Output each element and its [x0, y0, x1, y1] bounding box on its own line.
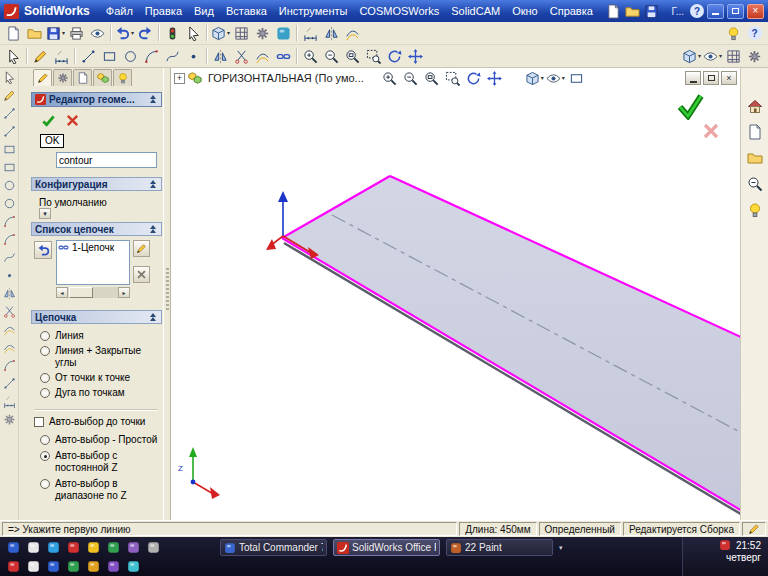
search-icon[interactable]	[747, 176, 763, 192]
three-point-arc-icon[interactable]	[3, 233, 16, 246]
save-icon[interactable]: ▾	[45, 24, 66, 43]
menu-file[interactable]: Файл	[100, 2, 139, 20]
scroll-left-icon[interactable]: ◄	[56, 287, 68, 298]
restore-button[interactable]	[727, 4, 744, 19]
mirror-icon[interactable]	[321, 24, 342, 43]
standard-views-icon[interactable]: ▾	[524, 69, 545, 88]
radio-auto-select-z-range[interactable]: Авто-выбор в диапазоне по Z	[40, 478, 161, 502]
help-icon[interactable]: ?	[690, 4, 704, 18]
minimize-button[interactable]	[707, 4, 724, 19]
radio-line[interactable]: Линия	[40, 330, 159, 342]
dimension-icon[interactable]	[3, 395, 16, 408]
sketch-icon[interactable]	[3, 89, 16, 102]
options-icon[interactable]	[744, 47, 765, 66]
rectangle-icon[interactable]	[99, 47, 120, 66]
grid-settings-icon[interactable]	[723, 47, 744, 66]
menu-cosmosworks[interactable]: COSMOSWorks	[353, 2, 445, 20]
line-icon[interactable]	[78, 47, 99, 66]
point-icon[interactable]	[3, 269, 16, 282]
trim-icon[interactable]	[3, 305, 16, 318]
toolbar-overflow-label[interactable]: Г...	[671, 6, 684, 17]
mirror-icon[interactable]	[210, 47, 231, 66]
confirm-ok-icon[interactable]	[676, 92, 704, 120]
quick-launch-icon[interactable]	[64, 559, 82, 575]
taskbar-button-solidworks[interactable]: SolidWorks Office Pre...	[333, 539, 440, 556]
circle-icon[interactable]	[120, 47, 141, 66]
offset-icon[interactable]	[252, 47, 273, 66]
tab-custom[interactable]	[113, 69, 132, 86]
feature-tree-expand-icon[interactable]: +	[174, 73, 185, 84]
section-header-chain[interactable]: Цепочка	[31, 310, 162, 324]
print-preview-icon[interactable]	[87, 24, 108, 43]
spline-icon[interactable]	[3, 251, 16, 264]
menu-solidcam[interactable]: SolidCAM	[445, 2, 506, 20]
panel-splitter[interactable]	[163, 68, 171, 520]
rotate-view-icon[interactable]	[463, 69, 484, 88]
configuration-combobox[interactable]: По умолчанию ▾	[39, 197, 157, 219]
chain-listbox[interactable]: 1-Цепочк	[56, 240, 130, 285]
radio-auto-select-simple[interactable]: Авто-выбор - Простой	[40, 434, 161, 446]
tab-appearances[interactable]	[93, 69, 112, 86]
menu-insert[interactable]: Вставка	[220, 2, 273, 20]
rectangle-icon[interactable]	[3, 143, 16, 156]
edit-chain-button[interactable]	[133, 240, 150, 257]
mirror-icon[interactable]	[3, 287, 16, 300]
chamfer-icon[interactable]	[3, 377, 16, 390]
parallelogram-icon[interactable]	[3, 161, 16, 174]
reverse-direction-button[interactable]	[34, 241, 52, 259]
arc-icon[interactable]	[3, 215, 16, 228]
point-icon[interactable]	[183, 47, 204, 66]
graphics-area[interactable]: Z	[171, 68, 740, 520]
tab-propertymanager[interactable]	[33, 69, 52, 86]
clock[interactable]: 21:52	[736, 540, 761, 551]
save-icon[interactable]	[643, 3, 661, 20]
list-item[interactable]: 1-Цепочк	[58, 242, 128, 253]
perimeter-circle-icon[interactable]	[3, 197, 16, 210]
home-icon[interactable]	[747, 98, 763, 114]
taskbar-button-paint[interactable]: 22 Paint	[446, 539, 553, 556]
zoom-area-icon[interactable]	[363, 47, 384, 66]
chain-icon[interactable]	[273, 47, 294, 66]
menu-window[interactable]: Окно	[506, 2, 544, 20]
grid-icon[interactable]	[231, 24, 252, 43]
quick-launch-icon[interactable]	[24, 559, 42, 575]
zoom-in-icon[interactable]	[379, 69, 400, 88]
help-icon[interactable]: ?	[744, 24, 765, 43]
doc-close-button[interactable]: ×	[721, 71, 737, 85]
tray-icon[interactable]	[719, 539, 731, 551]
zoom-fit-icon[interactable]	[342, 47, 363, 66]
lightbulb-icon[interactable]	[723, 24, 744, 43]
centerline-icon[interactable]	[3, 125, 16, 138]
select-icon[interactable]	[3, 71, 16, 84]
menu-help[interactable]: Справка	[544, 2, 599, 20]
color-icon[interactable]	[273, 24, 294, 43]
open-icon[interactable]	[24, 24, 45, 43]
smart-dimension-icon[interactable]	[51, 47, 72, 66]
delete-chain-button[interactable]	[133, 266, 150, 283]
offset-icon[interactable]	[342, 24, 363, 43]
quick-launch-icon[interactable]	[104, 559, 122, 575]
scroll-right-icon[interactable]: ►	[118, 287, 130, 298]
pan-icon[interactable]	[484, 69, 505, 88]
dimension-icon[interactable]	[300, 24, 321, 43]
section-header-chain-list[interactable]: Список цепочек	[31, 222, 162, 236]
list-horizontal-scrollbar[interactable]: ◄ ►	[56, 287, 130, 298]
doc-minimize-button[interactable]	[685, 71, 701, 85]
redo-icon[interactable]	[135, 24, 156, 43]
section-header-configuration[interactable]: Конфигурация	[31, 177, 162, 191]
menu-view[interactable]: Вид	[188, 2, 220, 20]
quick-launch-icon[interactable]	[44, 559, 62, 575]
display-style-icon[interactable]: ▾	[545, 69, 566, 88]
radio-point-to-point[interactable]: От точки к точке	[40, 372, 159, 384]
radio-auto-select-constant-z[interactable]: Авто-выбор с постоянной Z	[40, 450, 161, 474]
tips-lightbulb-icon[interactable]	[747, 202, 763, 218]
print-icon[interactable]	[66, 24, 87, 43]
undo-icon[interactable]: ▾	[114, 24, 135, 43]
quick-launch-icon[interactable]	[84, 559, 102, 575]
radio-arc-by-points[interactable]: Дуга по точкам	[40, 387, 159, 399]
options-icon[interactable]	[252, 24, 273, 43]
file-explorer-icon[interactable]	[747, 150, 763, 166]
settings-icon[interactable]	[3, 413, 16, 426]
ok-check-icon[interactable]	[41, 113, 56, 128]
spline-icon[interactable]	[162, 47, 183, 66]
